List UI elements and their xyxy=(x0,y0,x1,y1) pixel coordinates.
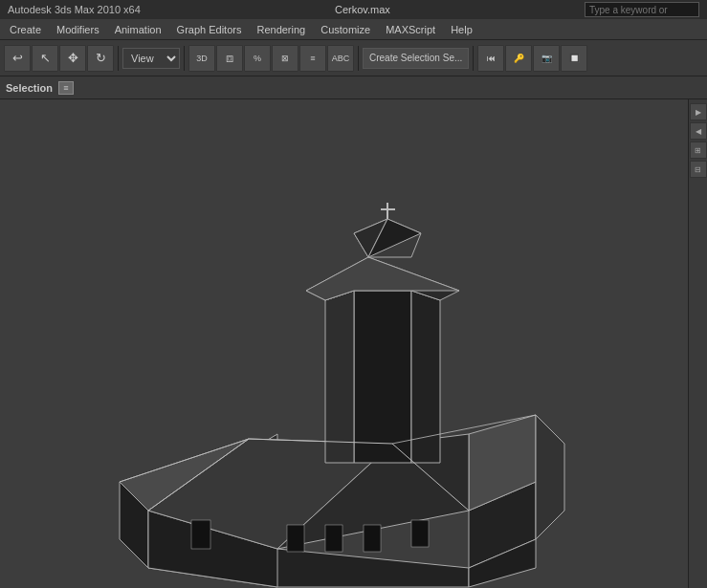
menu-item-rendering[interactable]: Rendering xyxy=(249,22,313,37)
right-icon-2: ◀ xyxy=(696,127,701,136)
menu-item-maxscript[interactable]: MAXScript xyxy=(378,22,443,37)
snap-icon: 3D xyxy=(196,54,208,63)
svg-marker-13 xyxy=(325,291,354,463)
separator-4 xyxy=(473,46,474,71)
toolbar-btn-mirror[interactable]: ⧈ xyxy=(216,45,243,72)
menu-bar: Create Modifiers Animation Graph Editors… xyxy=(0,19,707,40)
search-input[interactable] xyxy=(585,2,699,17)
church-scene xyxy=(0,99,707,588)
toolbar-middle-icons: 3D ⧈ % ⊠ ≡ ABC xyxy=(188,45,354,72)
menu-item-customize[interactable]: Customize xyxy=(313,22,378,37)
menu-item-help[interactable]: Help xyxy=(443,22,480,37)
right-btn-1[interactable]: ▶ xyxy=(690,103,707,120)
selection-toggle-icon[interactable]: ≡ xyxy=(58,81,74,95)
toolbar-btn-undo[interactable]: ↩ xyxy=(4,45,31,72)
toolbar-left-icons: ↩ ↖ ✥ ↻ xyxy=(4,45,114,72)
toolbar-btn-abc[interactable]: ABC xyxy=(327,45,354,72)
right-btn-3[interactable]: ⊞ xyxy=(690,142,707,159)
toolbar-btn-select[interactable]: ↖ xyxy=(32,45,58,72)
toolbar-btn-material[interactable]: 🔲 xyxy=(561,45,587,72)
toolbar-btn-align[interactable]: % xyxy=(244,45,271,72)
layer-icon: ≡ xyxy=(310,54,315,63)
rotate-icon: ↻ xyxy=(96,51,106,65)
right-icon-4: ⊟ xyxy=(695,165,701,174)
toolbar-btn-layer[interactable]: ≡ xyxy=(299,45,326,72)
svg-rect-24 xyxy=(287,525,304,552)
right-btn-2[interactable]: ◀ xyxy=(690,122,707,140)
separator-3 xyxy=(358,46,359,71)
svg-rect-27 xyxy=(411,520,429,547)
toolbar-btn-move[interactable]: ✥ xyxy=(59,45,86,72)
toolbar-btn-named-sel[interactable]: ⊠ xyxy=(272,45,298,72)
separator-2 xyxy=(184,46,185,71)
file-name: Cerkov.max xyxy=(335,4,390,15)
toolbar-right-icons: ⏮ 🔑 📷 🔲 xyxy=(477,45,587,72)
svg-marker-12 xyxy=(354,291,411,463)
move-icon: ✥ xyxy=(68,51,78,65)
menu-item-animation[interactable]: Animation xyxy=(107,22,169,37)
create-selection-set-button[interactable]: Create Selection Se... xyxy=(363,48,469,69)
svg-rect-25 xyxy=(325,525,342,552)
toolbar-btn-render[interactable]: 📷 xyxy=(533,45,560,72)
playback-icon: ⏮ xyxy=(487,54,496,63)
toolbar-btn-snap[interactable]: 3D xyxy=(188,45,215,72)
toggle-icon: ≡ xyxy=(63,83,68,93)
viewport[interactable]: ▶ ◀ ⊞ ⊟ xyxy=(0,99,707,588)
selection-bar: Selection ≡ xyxy=(0,76,707,99)
right-toolbar: ▶ ◀ ⊞ ⊟ xyxy=(688,99,707,588)
toolbar-btn-key[interactable]: 🔑 xyxy=(505,45,532,72)
right-icon-3: ⊞ xyxy=(695,146,701,155)
undo-icon: ↩ xyxy=(12,51,23,65)
svg-rect-23 xyxy=(191,520,210,549)
select-icon: ↖ xyxy=(40,51,51,65)
mirror-icon: ⧈ xyxy=(226,51,233,66)
toolbar-btn-playback[interactable]: ⏮ xyxy=(477,45,504,72)
app-title: Autodesk 3ds Max 2010 x64 xyxy=(8,4,141,15)
title-bar: Autodesk 3ds Max 2010 x64 Cerkov.max xyxy=(0,0,707,19)
align-icon: % xyxy=(254,54,261,63)
menu-item-create[interactable]: Create xyxy=(2,22,49,37)
separator-1 xyxy=(118,46,119,71)
abc-icon: ABC xyxy=(332,54,350,63)
named-sel-icon: ⊠ xyxy=(281,54,289,63)
menu-item-modifiers[interactable]: Modifiers xyxy=(49,22,107,37)
toolbar: ↩ ↖ ✥ ↻ View 3D ⧈ % ⊠ ≡ xyxy=(0,40,707,76)
view-dropdown[interactable]: View xyxy=(122,48,180,69)
material-icon: 🔲 xyxy=(569,54,580,63)
key-icon: 🔑 xyxy=(514,54,524,63)
render-icon: 📷 xyxy=(541,54,552,63)
right-btn-4[interactable]: ⊟ xyxy=(690,161,707,178)
svg-rect-26 xyxy=(364,525,381,552)
right-icon-1: ▶ xyxy=(696,108,701,117)
selection-label: Selection xyxy=(6,82,53,94)
menu-item-graph-editors[interactable]: Graph Editors xyxy=(169,22,250,37)
toolbar-btn-rotate[interactable]: ↻ xyxy=(87,45,114,72)
